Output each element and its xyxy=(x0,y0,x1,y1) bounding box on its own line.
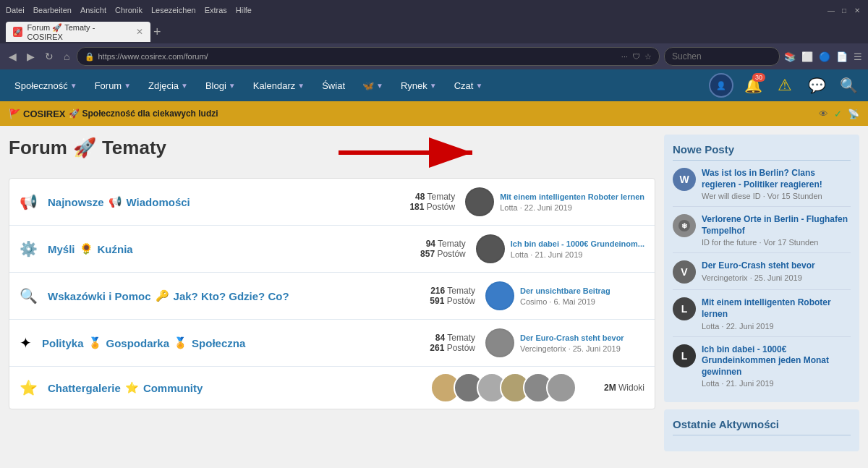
nav-rynek-label: Rynek xyxy=(401,80,427,91)
sidebar-post-4-title[interactable]: Mit einem intelligenten Roboter lernen xyxy=(702,297,851,320)
browser-toolbar-icons: 📚 ⬜ 🔵 📄 ☰ xyxy=(784,51,862,62)
url-shield-icon: 🛡 xyxy=(632,52,640,61)
forum-mysli-topics: 94 Tematy xyxy=(401,239,466,249)
chat-icon: 💬 xyxy=(808,77,826,94)
sidebar-post-3-content: Der Euro-Crash steht bevor Vercingetorix… xyxy=(702,260,851,282)
nav-czat[interactable]: Czat ▼ xyxy=(446,69,492,101)
forum-row-polityka: ✦ Polityka 🏅 Gospodarka 🏅 Społeczna 84 T… xyxy=(9,320,655,367)
nav-butterfly-icon: 🦋 xyxy=(362,80,374,91)
breadcrumb-right: 👁 ✓ 📡 xyxy=(819,109,859,119)
red-arrow xyxy=(339,135,483,171)
menu-lesezeichen[interactable]: Lesezeichen xyxy=(151,6,196,14)
nav-czat-label: Czat xyxy=(454,80,474,91)
nav-zdjecia[interactable]: Zdjęcia ▼ xyxy=(140,69,197,101)
site-logo: 🚩 xyxy=(9,109,20,119)
bookmarks-icon[interactable]: 📚 xyxy=(784,51,796,62)
maximize-button[interactable]: □ xyxy=(839,5,849,15)
forum-polityka-label: Polityka xyxy=(42,337,84,349)
sidebar-post-3-title[interactable]: Der Euro-Crash steht bevor xyxy=(702,260,851,272)
forum-name-community[interactable]: Chattergalerie ⭐ Community xyxy=(48,381,420,394)
check-icon[interactable]: ✓ xyxy=(834,109,842,119)
sidebar-post-1: W Was ist los in Berlin? Clans regieren … xyxy=(673,168,851,207)
site-navigation: Społeczność ▼ Forum ▼ Zdjęcia ▼ Blogi ▼ … xyxy=(0,69,868,101)
sidebar-avatar-5: L xyxy=(673,344,696,367)
forum-name-polityka[interactable]: Polityka 🏅 Gospodarka 🏅 Społeczna xyxy=(42,336,400,349)
menu-bearbeiten[interactable]: Bearbeiten xyxy=(33,6,72,14)
sidebar-recent-activity: Ostatnie Aktywności xyxy=(664,409,859,451)
pdf-icon[interactable]: 📄 xyxy=(836,51,848,62)
forum-stats-community: 2M Widoki xyxy=(579,383,644,393)
nav-warning-btn[interactable]: ⚠ xyxy=(771,72,799,99)
rocket-icon: 🚀 xyxy=(73,137,96,159)
url-input[interactable]: 🔒 https://www.cosirex.com/forum/ ··· 🛡 ☆ xyxy=(77,47,660,66)
forum-stats-wskazowki: 216 Tematy 591 Postów xyxy=(410,286,475,306)
forum-latest-info-mysli: Ich bin dabei - 1000€ Grundeinom... Lott… xyxy=(511,239,644,259)
menu-extras[interactable]: Extras xyxy=(205,6,227,14)
notification-badge: 30 xyxy=(752,73,765,82)
forum-icon-wskazowki: 🔍 xyxy=(20,287,38,305)
reload-button[interactable]: ↻ xyxy=(42,49,56,64)
sync-icon[interactable]: ⬜ xyxy=(801,51,813,62)
menu-icon[interactable]: ☰ xyxy=(854,51,862,62)
latest-meta-wskazowki: Cosimo · 6. Mai 2019 xyxy=(520,297,610,306)
forum-mysli-label: Myśli xyxy=(48,243,75,255)
forum-polityka-icon: 🏅 xyxy=(88,336,102,349)
forum-name-wskazowki[interactable]: Wskazówki i Pomoc 🔑 Jak? Kto? Gdzie? Co? xyxy=(48,289,400,302)
forum-row-mysli: ⚙️ Myśli 🌻 Kuźnia 94 Tematy 857 Postów I… xyxy=(9,226,655,273)
search-input[interactable] xyxy=(664,47,780,66)
breadcrumb-separator: 🚀 xyxy=(69,109,80,119)
topics-title: Tematy xyxy=(102,137,166,159)
nav-forum[interactable]: Forum ▼ xyxy=(86,69,140,101)
sidebar-post-2-meta: ID for the future · Vor 17 Stunden xyxy=(702,238,851,247)
forum-info-polityka: Polityka 🏅 Gospodarka 🏅 Społeczna xyxy=(42,336,400,349)
active-tab[interactable]: 🚀 Forum 🚀 Tematy - COSIREX ✕ xyxy=(6,22,150,42)
tab-close-button[interactable]: ✕ xyxy=(136,27,143,37)
menu-hilfe[interactable]: Hilfe xyxy=(236,6,252,14)
latest-title-polityka[interactable]: Der Euro-Crash steht bevor xyxy=(520,333,624,343)
minimize-button[interactable]: — xyxy=(826,5,836,15)
forum-polityka-topics: 84 Tematy xyxy=(410,333,475,343)
nav-kalendarz[interactable]: Kalendarz ▼ xyxy=(244,69,313,101)
nav-butterfly[interactable]: 🦋 ▼ xyxy=(354,69,392,101)
breadcrumb-left: 🚩 COSIREX 🚀 Społeczność dla ciekawych lu… xyxy=(9,109,218,119)
forum-gospodarka-icon: 🏅 xyxy=(174,336,187,349)
lock-icon: 🔒 xyxy=(85,52,95,61)
sidebar-post-5-title[interactable]: Ich bin dabei - 1000€ Grundeinkommen jed… xyxy=(702,344,851,378)
nav-search-btn[interactable]: 🔍 xyxy=(835,72,862,99)
new-tab-button[interactable]: + xyxy=(153,25,161,38)
menu-ansicht[interactable]: Ansicht xyxy=(80,6,106,14)
home-button[interactable]: ⌂ xyxy=(61,49,72,64)
latest-title-mysli[interactable]: Ich bin dabei - 1000€ Grundeinom... xyxy=(511,239,644,249)
forum-categories-table: 📢 Najnowsze 📢 Wiadomości 48 Tematy 181 P… xyxy=(9,178,655,409)
menu-datei[interactable]: Datei xyxy=(6,6,25,14)
address-bar: ◀ ▶ ↻ ⌂ 🔒 https://www.cosirex.com/forum/… xyxy=(0,43,868,69)
sidebar-post-1-title[interactable]: Was ist los in Berlin? Clans regieren - … xyxy=(702,168,851,190)
forward-button[interactable]: ▶ xyxy=(24,49,38,64)
forum-latest-polityka: Der Euro-Crash steht bevor Vercingetorix… xyxy=(485,328,644,357)
sidebar-post-3: V Der Euro-Crash steht bevor Vercingetor… xyxy=(673,260,851,290)
forum-name-najnowsze[interactable]: Najnowsze 📢 Wiadomości xyxy=(48,195,380,208)
back-button[interactable]: ◀ xyxy=(6,49,20,64)
forum-jak-label: Jak? Kto? Gdzie? Co? xyxy=(174,290,289,302)
latest-title-najnowsze[interactable]: Mit einem intelligenten Roboter lernen xyxy=(500,192,644,202)
nav-blogi[interactable]: Blogi ▼ xyxy=(197,69,244,101)
eye-icon[interactable]: 👁 xyxy=(819,109,828,119)
menu-chronik[interactable]: Chronik xyxy=(115,6,142,14)
url-bookmark-icon: ☆ xyxy=(644,52,652,61)
nav-swiat[interactable]: Świat xyxy=(313,69,354,101)
rss-icon[interactable]: 📡 xyxy=(848,109,859,119)
nav-chat-btn[interactable]: 💬 xyxy=(803,72,830,99)
nav-notifications-btn[interactable]: 🔔 30 xyxy=(739,72,767,99)
nav-czat-arrow: ▼ xyxy=(475,82,482,90)
nav-avatar-btn[interactable]: 👤 xyxy=(707,72,735,99)
forum-name-mysli[interactable]: Myśli 🌻 Kuźnia xyxy=(48,242,391,255)
nav-rynek[interactable]: Rynek ▼ xyxy=(392,69,446,101)
close-button[interactable]: ✕ xyxy=(852,5,862,15)
reader-icon[interactable]: 🔵 xyxy=(819,51,830,62)
latest-title-wskazowki[interactable]: Der unsichtbare Beitrag xyxy=(520,286,610,296)
nav-spolecznosc[interactable]: Społeczność ▼ xyxy=(6,69,86,101)
latest-avatar-polityka xyxy=(485,328,514,357)
forum-wiadomosci-label: Wiadomości xyxy=(127,196,190,208)
sidebar-post-2: ❄ Verlorene Orte in Berlin - Flughafen T… xyxy=(673,214,851,253)
sidebar-post-2-title[interactable]: Verlorene Orte in Berlin - Flughafen Tem… xyxy=(702,214,851,237)
